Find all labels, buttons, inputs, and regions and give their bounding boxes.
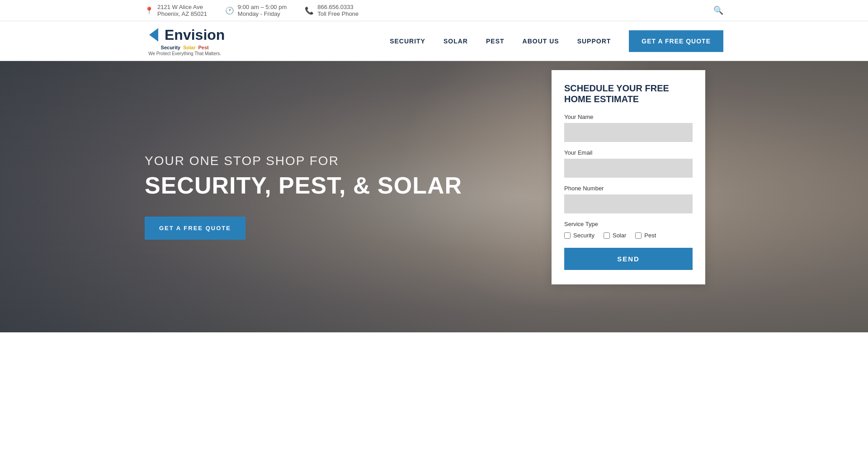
hours-item: 🕐 9:00 am – 5:00 pm Monday - Friday [225, 4, 287, 17]
checkbox-solar[interactable]: Solar [604, 232, 626, 239]
checkbox-pest[interactable]: Pest [635, 232, 656, 239]
service-checkboxes: Security Solar Pest [564, 232, 693, 239]
hours-line1: 9:00 am – 5:00 pm [238, 4, 287, 10]
service-type-label: Service Type [564, 221, 693, 227]
logo-sub: Security Solar Pest [161, 45, 209, 50]
hero-cta-button[interactable]: GET A FREE QUOTE [145, 217, 245, 240]
phone-text: 866.656.0333 Toll Free Phone [317, 4, 359, 17]
estimate-form-panel: SCHEDULE YOUR FREE HOME ESTIMATE Your Na… [552, 70, 705, 284]
header-cta-button[interactable]: GET A FREE QUOTE [629, 30, 723, 52]
logo-brand-text: Envision [165, 28, 225, 42]
nav-support[interactable]: SUPPORT [577, 38, 611, 45]
phone-icon: 📞 [305, 6, 314, 15]
checkbox-pest-input[interactable] [635, 232, 642, 239]
search-icon[interactable]: 🔍 [713, 5, 723, 15]
service-type-group: Service Type Security Solar Pest [564, 221, 693, 239]
name-input[interactable] [564, 123, 693, 142]
address-text: 2121 W Alice Ave Phoenix, AZ 85021 [157, 4, 207, 17]
nav-pest[interactable]: PEST [486, 38, 505, 45]
phone-field-group: Phone Number [564, 185, 693, 213]
phone-label: Phone Number [564, 185, 693, 192]
phone-line2: Toll Free Phone [317, 10, 359, 17]
hero-sub-title: YOUR ONE STOP SHOP FOR [145, 154, 868, 168]
checkbox-security-input[interactable] [564, 232, 571, 239]
header: Envision Security Solar Pest We Protect … [0, 21, 868, 61]
phone-line1: 866.656.0333 [317, 4, 359, 10]
checkbox-security[interactable]: Security [564, 232, 594, 239]
main-nav: SECURITY SOLAR PEST ABOUT US SUPPORT GET… [390, 30, 723, 52]
logo-pest-text: Pest [198, 45, 209, 50]
nav-security[interactable]: SECURITY [390, 38, 425, 45]
nav-about[interactable]: ABOUT US [523, 38, 559, 45]
hours-line2: Monday - Friday [238, 10, 287, 17]
logo-tagline: We Protect Everything That Matters. [148, 51, 221, 56]
hero-section: YOUR ONE STOP SHOP FOR SECURITY, PEST, &… [0, 61, 868, 332]
email-field-group: Your Email [564, 149, 693, 178]
address-item: 📍 2121 W Alice Ave Phoenix, AZ 85021 [145, 4, 207, 17]
checkbox-pest-label: Pest [644, 232, 656, 239]
logo-chevron-icon [145, 26, 163, 44]
svg-marker-0 [149, 28, 158, 42]
email-input[interactable] [564, 159, 693, 178]
logo-main: Envision [145, 26, 225, 44]
location-icon: 📍 [145, 6, 154, 15]
top-bar: 📍 2121 W Alice Ave Phoenix, AZ 85021 🕐 9… [0, 0, 868, 21]
logo-security-text: Security [161, 45, 180, 50]
address-line1: 2121 W Alice Ave [157, 4, 207, 10]
hero-content: YOUR ONE STOP SHOP FOR SECURITY, PEST, &… [0, 154, 868, 240]
checkbox-security-label: Security [573, 232, 594, 239]
phone-item: 📞 866.656.0333 Toll Free Phone [305, 4, 359, 17]
email-label: Your Email [564, 149, 693, 156]
name-field-group: Your Name [564, 113, 693, 142]
logo[interactable]: Envision Security Solar Pest We Protect … [145, 26, 225, 56]
form-title: SCHEDULE YOUR FREE HOME ESTIMATE [564, 83, 693, 104]
hours-text: 9:00 am – 5:00 pm Monday - Friday [238, 4, 287, 17]
address-line2: Phoenix, AZ 85021 [157, 10, 207, 17]
checkbox-solar-input[interactable] [604, 232, 610, 239]
nav-solar[interactable]: SOLAR [443, 38, 468, 45]
logo-solar-text: Solar [183, 45, 196, 50]
phone-input[interactable] [564, 194, 693, 213]
clock-icon: 🕐 [225, 6, 234, 15]
hero-title: SECURITY, PEST, & SOLAR [145, 173, 868, 199]
send-button[interactable]: SEND [564, 248, 693, 270]
checkbox-solar-label: Solar [613, 232, 626, 239]
name-label: Your Name [564, 113, 693, 120]
